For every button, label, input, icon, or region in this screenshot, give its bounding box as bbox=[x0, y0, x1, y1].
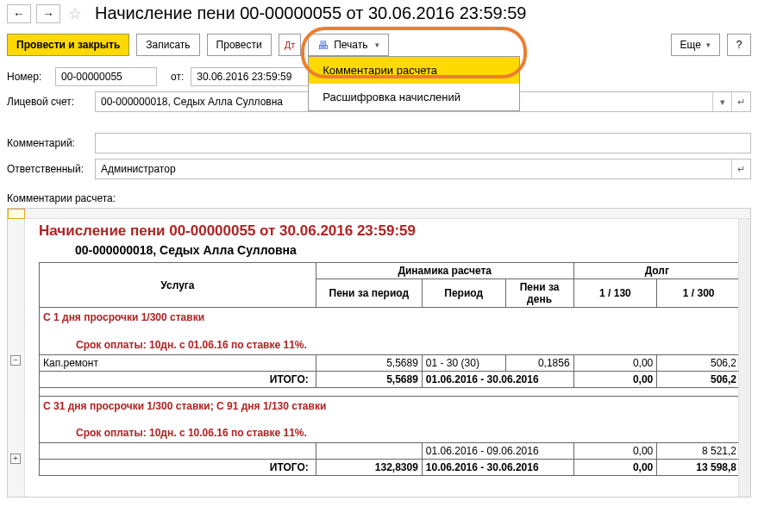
group1-title: С 1 дня просрочки 1/300 ставки bbox=[40, 308, 741, 328]
from-label: от: bbox=[171, 71, 184, 83]
col-period: Период bbox=[422, 279, 505, 308]
ruler-horizontal bbox=[8, 209, 750, 219]
more-button[interactable]: Еще▾ bbox=[671, 34, 720, 56]
date-input[interactable] bbox=[191, 67, 311, 86]
report-title: Начисление пени 00-00000055 от 30.06.201… bbox=[39, 219, 750, 241]
account-select-button[interactable]: ▾ bbox=[712, 92, 731, 111]
favorite-star-icon[interactable]: ☆ bbox=[66, 4, 85, 23]
dt-icon: Дт bbox=[285, 40, 296, 50]
col-debt: Долг bbox=[573, 263, 740, 279]
print-menu-item-comments[interactable]: Комментарии расчета bbox=[309, 57, 519, 84]
print-menu-item-details[interactable]: Расшифровка начислений bbox=[309, 84, 519, 110]
group2-rate: Срок оплаты: 10дн. с 10.06.16 по ставке … bbox=[40, 416, 741, 443]
table-row: 01.06.2016 - 09.06.2016 0,00 8 521,2 bbox=[40, 443, 741, 460]
print-dropdown[interactable]: 🖶 Печать ▾ Комментарии расчета Расшифров… bbox=[308, 34, 388, 56]
dt-button[interactable]: Дт bbox=[279, 34, 302, 56]
col-r300: 1 / 300 bbox=[657, 279, 741, 308]
calc-comments-label: Комментарии расчета: bbox=[0, 182, 758, 206]
report-subtitle: 00-000000018, Седых Алла Сулловна bbox=[39, 241, 750, 262]
chevron-down-icon: ▾ bbox=[375, 41, 379, 49]
table-row: Кап.ремонт 5,5689 01 - 30 (30) 0,1856 0,… bbox=[40, 354, 741, 371]
responsible-input[interactable] bbox=[96, 160, 731, 178]
col-dynamics: Динамика расчета bbox=[316, 263, 573, 279]
number-label: Номер: bbox=[7, 71, 48, 83]
post-button[interactable]: Провести bbox=[207, 34, 272, 56]
help-button[interactable]: ? bbox=[727, 34, 751, 56]
comment-input[interactable] bbox=[96, 134, 750, 153]
group1-rate: Срок оплаты: 10дн. с 01.06.16 по ставке … bbox=[40, 327, 741, 354]
responsible-label: Ответственный: bbox=[7, 163, 90, 175]
report-table: Услуга Динамика расчета Долг Пени за пер… bbox=[39, 262, 741, 476]
col-peni-period: Пени за период bbox=[316, 279, 422, 308]
table-total-row: ИТОГО: 5,5689 01.06.2016 - 30.06.2016 0,… bbox=[40, 371, 741, 387]
ruler-vertical: − + bbox=[8, 219, 25, 497]
nav-back-button[interactable]: ← bbox=[7, 4, 31, 23]
report-spreadsheet[interactable]: − + Начисление пени 00-00000055 от 30.06… bbox=[7, 208, 751, 498]
col-r130: 1 / 130 bbox=[573, 279, 657, 308]
nav-forward-button[interactable]: → bbox=[36, 4, 60, 23]
table-total-row: ИТОГО: 132,8309 10.06.2016 - 30.06.2016 … bbox=[40, 460, 741, 476]
group2-title: С 31 дня просрочки 1/300 ставки; С 91 дн… bbox=[40, 396, 741, 416]
page-title: Начисление пени 00-00000055 от 30.06.201… bbox=[95, 3, 527, 23]
account-open-button[interactable]: ↵ bbox=[731, 92, 750, 111]
outline-expand-button[interactable]: + bbox=[10, 454, 21, 464]
number-input[interactable] bbox=[55, 67, 157, 86]
ruler-corner bbox=[8, 209, 25, 219]
printer-icon: 🖶 bbox=[317, 39, 329, 52]
scrollbar-vertical[interactable] bbox=[738, 219, 750, 497]
comment-label: Комментарий: bbox=[7, 137, 90, 149]
col-peni-day: Пени за день bbox=[505, 279, 573, 308]
outline-collapse-button[interactable]: − bbox=[10, 355, 21, 366]
save-button[interactable]: Записать bbox=[136, 34, 199, 56]
print-button-label: Печать bbox=[334, 39, 367, 51]
post-and-close-button[interactable]: Провести и закрыть bbox=[7, 34, 129, 56]
chevron-down-icon: ▾ bbox=[706, 41, 711, 49]
account-label: Лицевой счет: bbox=[7, 96, 90, 108]
col-service: Услуга bbox=[40, 263, 316, 308]
responsible-open-button[interactable]: ↵ bbox=[731, 160, 750, 178]
